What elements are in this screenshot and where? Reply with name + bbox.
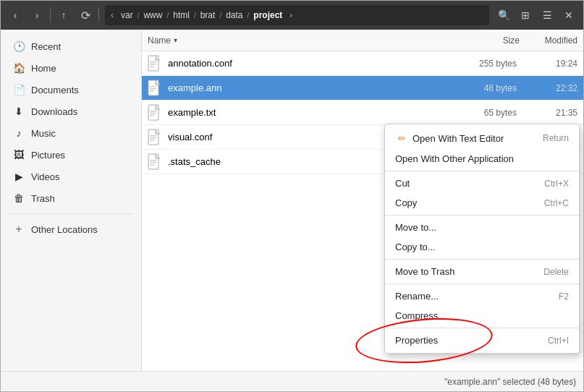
sidebar-label-pictures: Pictures xyxy=(31,150,65,161)
file-icon xyxy=(142,80,168,97)
file-modified: 22:32 xyxy=(525,83,583,93)
sidebar-item-videos[interactable]: ▶ Videos xyxy=(4,166,138,187)
breadcrumb-project[interactable]: project xyxy=(249,9,287,22)
file-modified: 19:24 xyxy=(525,59,583,69)
file-icon xyxy=(142,153,168,171)
sidebar-item-documents[interactable]: 📄 Documents xyxy=(4,79,138,101)
pictures-icon: 🖼 xyxy=(12,148,25,161)
ctx-properties[interactable]: Properties Ctrl+I xyxy=(385,331,579,350)
svg-rect-10 xyxy=(150,113,156,114)
file-size: 48 bytes xyxy=(453,83,525,93)
sidebar-label-videos: Videos xyxy=(31,171,60,182)
sidebar-item-recent[interactable]: 🕐 Recent xyxy=(4,35,138,57)
svg-rect-11 xyxy=(150,115,154,116)
breadcrumb-brat[interactable]: brat xyxy=(196,9,220,22)
ctx-shortcut: Delete xyxy=(543,267,569,277)
ctx-shortcut: Ctrl+C xyxy=(544,198,569,208)
file-icon xyxy=(142,129,168,146)
table-row[interactable]: example.ann 48 bytes 22:32 xyxy=(142,76,583,101)
back-button[interactable]: ‹ xyxy=(5,5,25,25)
ctx-cut[interactable]: Cut Ctrl+X xyxy=(385,174,579,193)
status-text: "example.ann" selected (48 bytes) xyxy=(444,377,576,387)
header-modified[interactable]: Modified xyxy=(525,35,583,46)
svg-rect-2 xyxy=(150,64,156,65)
file-size: 65 bytes xyxy=(453,108,525,118)
ctx-rename[interactable]: Rename... F2 xyxy=(385,286,579,306)
breadcrumb-left-arrow[interactable]: ‹ xyxy=(108,9,117,22)
breadcrumb-var[interactable]: var xyxy=(117,9,137,22)
svg-rect-7 xyxy=(150,90,154,92)
documents-icon: 📄 xyxy=(12,83,25,96)
breadcrumb-right-arrow[interactable]: › xyxy=(287,9,295,22)
svg-rect-17 xyxy=(150,160,156,161)
header-size[interactable]: Size xyxy=(453,35,525,46)
ctx-separator xyxy=(385,171,579,171)
downloads-icon: ⬇ xyxy=(12,105,25,118)
header-name[interactable]: Name ▾ xyxy=(142,35,453,46)
titlebar-separator xyxy=(50,8,51,22)
ctx-separator xyxy=(385,215,579,216)
file-icon xyxy=(142,55,168,72)
ctx-move-to[interactable]: Move to... xyxy=(385,218,579,237)
ctx-open-other[interactable]: Open With Other Application xyxy=(385,149,579,169)
sidebar-label-music: Music xyxy=(31,128,56,139)
statusbar: "example.ann" selected (48 bytes) xyxy=(1,371,583,391)
titlebar: ‹ › ↑ ⟳ ‹ var / www / html / brat / data… xyxy=(1,1,583,30)
ctx-open-text-editor[interactable]: ✏ Open With Text Editor Return xyxy=(385,127,579,149)
sidebar-item-trash[interactable]: 🗑 Trash xyxy=(4,187,138,209)
menu-button[interactable]: ☰ xyxy=(537,5,557,25)
sidebar-item-pictures[interactable]: 🖼 Pictures xyxy=(4,144,138,166)
sidebar-label-other: Other Locations xyxy=(31,224,98,235)
titlebar-actions: 🔍 ⊞ ☰ ✕ xyxy=(494,5,579,25)
svg-rect-18 xyxy=(150,162,156,163)
svg-rect-5 xyxy=(150,86,156,88)
titlebar-separator2 xyxy=(98,8,99,22)
sidebar-label-documents: Documents xyxy=(31,85,79,95)
breadcrumb-html[interactable]: html xyxy=(169,9,194,22)
main-area: 🕐 Recent 🏠 Home 📄 Documents ⬇ Downloads … xyxy=(1,30,583,371)
sidebar-item-other[interactable]: + Other Locations xyxy=(4,218,138,240)
ctx-copy-to[interactable]: Copy to... xyxy=(385,237,579,257)
close-button[interactable]: ✕ xyxy=(559,5,579,25)
search-button[interactable]: 🔍 xyxy=(494,5,514,25)
ctx-copy[interactable]: Copy Ctrl+C xyxy=(385,193,579,213)
file-manager-window: ‹ › ↑ ⟳ ‹ var / www / html / brat / data… xyxy=(0,0,584,392)
music-icon: ♪ xyxy=(12,127,25,140)
ctx-compress[interactable]: Compress... xyxy=(385,306,579,325)
svg-rect-3 xyxy=(150,66,154,67)
up-button[interactable]: ↑ xyxy=(54,5,74,25)
file-icon xyxy=(142,104,168,122)
sidebar-item-home[interactable]: 🏠 Home xyxy=(4,57,138,79)
file-name: example.ann xyxy=(168,82,453,93)
ctx-shortcut: Ctrl+X xyxy=(544,179,569,189)
svg-rect-9 xyxy=(150,111,156,112)
ctx-shortcut: F2 xyxy=(559,291,569,302)
sidebar-label-downloads: Downloads xyxy=(31,106,77,117)
ctx-move-to-trash[interactable]: Move to Trash Delete xyxy=(385,262,579,281)
svg-rect-6 xyxy=(150,88,156,90)
breadcrumb-www[interactable]: www xyxy=(139,9,166,22)
table-row[interactable]: example.txt 65 bytes 21:35 xyxy=(142,101,583,125)
file-size: 255 bytes xyxy=(453,59,525,69)
ctx-shortcut: Return xyxy=(543,133,569,143)
svg-rect-13 xyxy=(150,135,156,137)
text-editor-icon: ✏ xyxy=(395,132,408,145)
ctx-separator xyxy=(385,284,579,284)
sidebar-item-downloads[interactable]: ⬇ Downloads xyxy=(4,101,138,122)
table-row[interactable]: annotation.conf 255 bytes 19:24 xyxy=(142,51,583,76)
svg-rect-15 xyxy=(150,140,154,141)
sidebar: 🕐 Recent 🏠 Home 📄 Documents ⬇ Downloads … xyxy=(1,30,142,371)
recent-icon: 🕐 xyxy=(12,40,25,53)
other-icon: + xyxy=(12,223,25,236)
forward-button[interactable]: › xyxy=(27,5,47,25)
filelist-header: Name ▾ Size Modified xyxy=(142,30,583,51)
svg-rect-14 xyxy=(150,137,156,139)
svg-rect-1 xyxy=(150,61,156,63)
sidebar-item-music[interactable]: ♪ Music xyxy=(4,122,138,144)
sidebar-divider xyxy=(9,213,132,214)
sidebar-label-home: Home xyxy=(31,63,56,74)
grid-button[interactable]: ⊞ xyxy=(515,5,536,25)
reload-button[interactable]: ⟳ xyxy=(75,5,96,25)
context-menu: ✏ Open With Text Editor Return Open With… xyxy=(384,124,580,354)
breadcrumb-data[interactable]: data xyxy=(221,9,247,22)
